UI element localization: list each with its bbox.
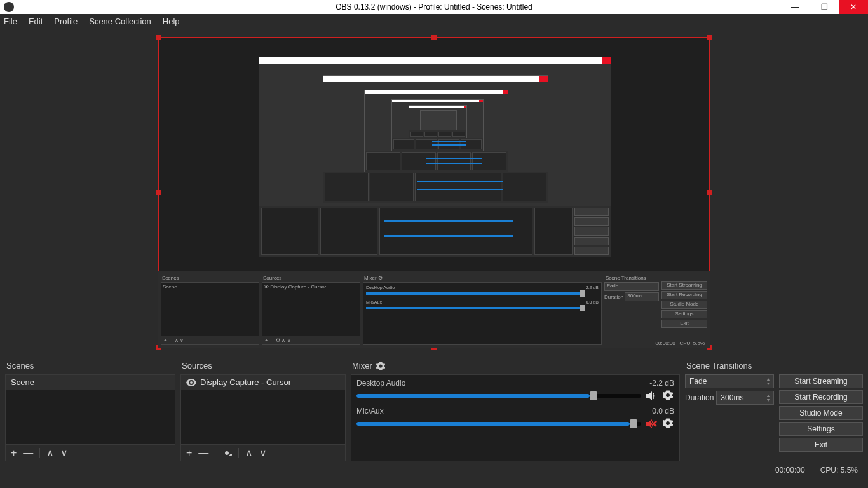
- bottom-panels: Scenes Scene + — ∧ ∨ Sources Display Cap…: [0, 356, 868, 463]
- duration-label: Duration: [685, 393, 714, 402]
- scene-item[interactable]: Scene: [6, 375, 175, 390]
- sources-list[interactable]: Display Capture - Cursor: [180, 374, 346, 445]
- recursive-capture-1: [259, 57, 611, 257]
- menu-edit[interactable]: Edit: [29, 17, 43, 26]
- mixer-panel: Mixer Desktop Audio -2.2 dB: [351, 360, 680, 461]
- channel-settings-icon[interactable]: [663, 418, 674, 430]
- transitions-title: Scene Transitions: [685, 360, 774, 374]
- scene-down-button[interactable]: ∨: [60, 447, 68, 459]
- remove-source-button[interactable]: —: [198, 447, 208, 459]
- channel-level: 0.0 dB: [652, 407, 674, 416]
- menu-profile[interactable]: Profile: [54, 17, 78, 26]
- remove-scene-button[interactable]: —: [23, 447, 33, 459]
- settings-button[interactable]: Settings: [779, 422, 863, 436]
- scenes-list[interactable]: Scene: [5, 374, 175, 445]
- sources-panel: Sources Display Capture - Cursor + — ∧ ∨: [180, 360, 346, 461]
- menu-bar: File Edit Profile Scene Collection Help: [0, 14, 868, 29]
- mixer-channel-mic: Mic/Aux 0.0 dB: [356, 407, 674, 430]
- channel-settings-icon[interactable]: [663, 390, 674, 402]
- maximize-button[interactable]: ❐: [810, 0, 839, 14]
- transition-select[interactable]: Fade ▲▼: [685, 374, 774, 388]
- preview-canvas[interactable]: Scenes Scene + — ∧ ∨ Sources 👁 Display C…: [158, 37, 710, 348]
- source-down-button[interactable]: ∨: [259, 447, 267, 459]
- transitions-panel: Scene Transitions Fade ▲▼ Duration 300ms…: [685, 360, 774, 461]
- scenes-title: Scenes: [5, 360, 175, 374]
- scenes-panel: Scenes Scene + — ∧ ∨: [5, 360, 175, 461]
- selection-handle[interactable]: [156, 190, 161, 195]
- app-icon: [4, 2, 14, 12]
- speaker-icon[interactable]: [646, 390, 658, 402]
- window-title: OBS 0.13.2 (windows) - Profile: Untitled…: [336, 3, 532, 11]
- selection-handle[interactable]: [707, 35, 712, 40]
- volume-slider[interactable]: [356, 422, 641, 426]
- volume-slider[interactable]: [356, 394, 641, 398]
- scenes-toolbar: + — ∧ ∨: [5, 445, 175, 461]
- status-cpu: CPU: 5.5%: [820, 466, 858, 475]
- status-bar: 00:00:00 CPU: 5.5%: [0, 463, 868, 477]
- recursive-capture-4: [391, 99, 484, 151]
- scene-up-button[interactable]: ∧: [46, 447, 54, 459]
- channel-name: Desktop Audio: [356, 379, 405, 388]
- minimize-button[interactable]: —: [780, 0, 810, 14]
- mixer-settings-icon[interactable]: [376, 362, 385, 370]
- recursive-capture-2: [323, 75, 548, 203]
- mic-muted-icon[interactable]: [646, 418, 658, 430]
- sources-title: Sources: [180, 360, 346, 374]
- spinner-icon: ▲▼: [764, 391, 772, 404]
- studio-mode-button[interactable]: Studio Mode: [779, 406, 863, 420]
- recursive-capture-3: [364, 90, 508, 172]
- menu-file[interactable]: File: [4, 17, 17, 26]
- start-streaming-button[interactable]: Start Streaming: [779, 374, 863, 388]
- preview-area: Scenes Scene + — ∧ ∨ Sources 👁 Display C…: [0, 29, 868, 356]
- source-item[interactable]: Display Capture - Cursor: [181, 375, 345, 390]
- selection-handle[interactable]: [156, 35, 161, 40]
- window-controls: — ❐ ✕: [780, 0, 868, 14]
- menu-scene-collection[interactable]: Scene Collection: [89, 17, 151, 26]
- recursive-capture-6: [420, 110, 457, 131]
- duration-input[interactable]: 300ms ▲▼: [716, 391, 774, 405]
- exit-button[interactable]: Exit: [779, 438, 863, 452]
- source-properties-button[interactable]: [222, 448, 232, 458]
- controls-panel: Start Streaming Start Recording Studio M…: [779, 360, 863, 461]
- selection-handle[interactable]: [707, 190, 712, 195]
- channel-name: Mic/Aux: [356, 407, 384, 416]
- start-recording-button[interactable]: Start Recording: [779, 390, 863, 404]
- mixer-body: Desktop Audio -2.2 dB: [351, 374, 680, 461]
- selection-handle[interactable]: [431, 35, 437, 40]
- mixer-channel-desktop: Desktop Audio -2.2 dB: [356, 379, 674, 402]
- add-source-button[interactable]: +: [186, 447, 192, 459]
- add-scene-button[interactable]: +: [11, 447, 17, 459]
- sources-toolbar: + — ∧ ∨: [180, 445, 346, 461]
- recursive-capture-5: [409, 105, 467, 139]
- close-button[interactable]: ✕: [839, 0, 868, 14]
- mixer-title: Mixer: [351, 360, 680, 374]
- source-up-button[interactable]: ∧: [245, 447, 253, 459]
- window-titlebar: OBS 0.13.2 (windows) - Profile: Untitled…: [0, 0, 868, 14]
- visibility-icon[interactable]: [186, 379, 196, 386]
- spinner-icon: ▲▼: [764, 375, 772, 388]
- status-time: 00:00:00: [775, 466, 805, 475]
- channel-level: -2.2 dB: [649, 379, 674, 388]
- menu-help[interactable]: Help: [163, 17, 180, 26]
